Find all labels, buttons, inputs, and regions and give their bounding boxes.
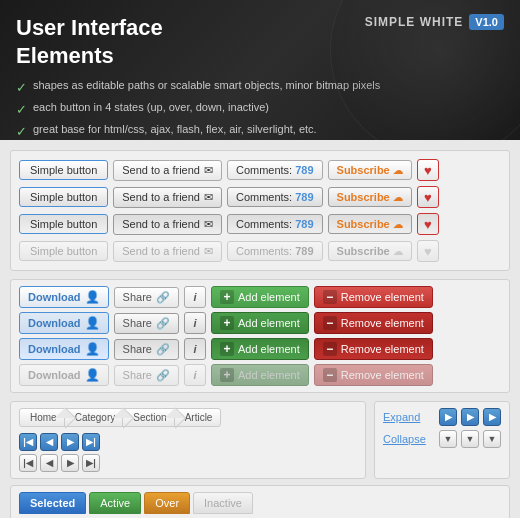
remove-label-1: Remove element <box>341 291 424 303</box>
add-button-inactive: + Add element <box>211 364 309 386</box>
envelope-icon-inactive: ✉ <box>204 245 213 258</box>
bottom-section: Home Category Section Article |◀ ◀ ▶ ▶| … <box>10 401 510 479</box>
expand-collapse-section: Expand ▶ ▶ ▶ Collapse ▼ ▼ ▼ <box>374 401 510 479</box>
add-label-1: Add element <box>238 291 300 303</box>
plus-icon-1: + <box>220 290 234 304</box>
breadcrumb: Home Category Section Article <box>19 408 357 427</box>
envelope-icon-3: ✉ <box>204 218 213 231</box>
nav-prev-gray[interactable]: ◀ <box>40 454 58 472</box>
add-button-1[interactable]: + Add element <box>211 286 309 308</box>
link-icon-inactive: 🔗 <box>156 369 170 382</box>
info-button-3[interactable]: i <box>184 338 206 360</box>
person-icon-2: 👤 <box>85 316 100 330</box>
expand-label[interactable]: Expand <box>383 411 435 423</box>
plus-icon-inactive: + <box>220 368 234 382</box>
expand-btn-2[interactable]: ▶ <box>461 408 479 426</box>
remove-button-2[interactable]: − Remove element <box>314 312 433 334</box>
tab-selected[interactable]: Selected <box>19 492 86 514</box>
collapse-row: Collapse ▼ ▼ ▼ <box>383 430 501 448</box>
button-row-2: Simple button Send to a friend ✉ Comment… <box>19 186 501 208</box>
download-button-1[interactable]: Download 👤 <box>19 286 109 308</box>
expand-btn-1[interactable]: ▶ <box>439 408 457 426</box>
share-button-2[interactable]: Share 🔗 <box>114 313 179 334</box>
comments-count-2: 789 <box>295 191 313 203</box>
main-content: Simple button Send to a friend ✉ Comment… <box>0 140 520 518</box>
send-button-1[interactable]: Send to a friend ✉ <box>113 160 222 181</box>
remove-label-2: Remove element <box>341 317 424 329</box>
share-label-3: Share <box>123 343 152 355</box>
subscribe-button-1[interactable]: Subscribe ☁ <box>328 160 412 180</box>
person-icon-3: 👤 <box>85 342 100 356</box>
expand-btn-3[interactable]: ▶ <box>483 408 501 426</box>
simple-button-2[interactable]: Simple button <box>19 187 108 207</box>
collapse-label[interactable]: Collapse <box>383 433 435 445</box>
comments-button-inactive: Comments: 789 <box>227 241 323 261</box>
minus-icon-2: − <box>323 316 337 330</box>
share-button-inactive: Share 🔗 <box>114 365 179 386</box>
add-label-inactive: Add element <box>238 369 300 381</box>
tab-inactive: Inactive <box>193 492 253 514</box>
tab-active[interactable]: Active <box>89 492 141 514</box>
share-label-inactive: Share <box>123 369 152 381</box>
download-label-2: Download <box>28 317 81 329</box>
minus-icon-1: − <box>323 290 337 304</box>
subscribe-button-2[interactable]: Subscribe ☁ <box>328 187 412 207</box>
download-row-1: Download 👤 Share 🔗 i + Add element − Rem… <box>19 286 501 308</box>
nav-next-gray[interactable]: ▶ <box>61 454 79 472</box>
info-button-2[interactable]: i <box>184 312 206 334</box>
add-label-2: Add element <box>238 317 300 329</box>
nav-prev[interactable]: ◀ <box>40 433 58 451</box>
simple-button-3[interactable]: Simple button <box>19 214 108 234</box>
nav-buttons-row2: |◀ ◀ ▶ ▶| <box>19 454 357 472</box>
share-label-1: Share <box>123 291 152 303</box>
add-button-2[interactable]: + Add element <box>211 312 309 334</box>
info-button-1[interactable]: i <box>184 286 206 308</box>
collapse-btn-3[interactable]: ▼ <box>483 430 501 448</box>
check-icon-2: ✓ <box>16 100 27 121</box>
remove-button-1[interactable]: − Remove element <box>314 286 433 308</box>
download-button-3[interactable]: Download 👤 <box>19 338 109 360</box>
nav-buttons-row1: |◀ ◀ ▶ ▶| <box>19 433 357 451</box>
nav-first[interactable]: |◀ <box>19 433 37 451</box>
minus-icon-3: − <box>323 342 337 356</box>
remove-label-inactive: Remove element <box>341 369 424 381</box>
simple-button-inactive: Simple button <box>19 241 108 261</box>
share-button-3[interactable]: Share 🔗 <box>114 339 179 360</box>
send-button-2[interactable]: Send to a friend ✉ <box>113 187 222 208</box>
collapse-btn-2[interactable]: ▼ <box>461 430 479 448</box>
nav-first-gray[interactable]: |◀ <box>19 454 37 472</box>
remove-button-3[interactable]: − Remove element <box>314 338 433 360</box>
nav-last-gray[interactable]: ▶| <box>82 454 100 472</box>
subscribe-button-inactive: Subscribe ☁ <box>328 241 412 261</box>
nav-last[interactable]: ▶| <box>82 433 100 451</box>
expand-row: Expand ▶ ▶ ▶ <box>383 408 501 426</box>
heart-button-1[interactable]: ♥ <box>417 159 439 181</box>
download-row-2: Download 👤 Share 🔗 i + Add element − Rem… <box>19 312 501 334</box>
download-label-1: Download <box>28 291 81 303</box>
comments-button-2[interactable]: Comments: 789 <box>227 187 323 207</box>
share-label-2: Share <box>123 317 152 329</box>
download-label-inactive: Download <box>28 369 81 381</box>
remove-button-inactive: − Remove element <box>314 364 433 386</box>
share-button-1[interactable]: Share 🔗 <box>114 287 179 308</box>
subscribe-button-3[interactable]: Subscribe ☁ <box>328 214 412 234</box>
link-icon-2: 🔗 <box>156 317 170 330</box>
tab-over[interactable]: Over <box>144 492 190 514</box>
button-row-1: Simple button Send to a friend ✉ Comment… <box>19 159 501 181</box>
heart-button-2[interactable]: ♥ <box>417 186 439 208</box>
simple-button-1[interactable]: Simple button <box>19 160 108 180</box>
collapse-btn-1[interactable]: ▼ <box>439 430 457 448</box>
comments-button-1[interactable]: Comments: 789 <box>227 160 323 180</box>
download-button-2[interactable]: Download 👤 <box>19 312 109 334</box>
download-button-inactive: Download 👤 <box>19 364 109 386</box>
add-button-3[interactable]: + Add element <box>211 338 309 360</box>
plus-icon-2: + <box>220 316 234 330</box>
check-icon-1: ✓ <box>16 78 27 99</box>
comments-button-3[interactable]: Comments: 789 <box>227 214 323 234</box>
add-label-3: Add element <box>238 343 300 355</box>
send-button-3[interactable]: Send to a friend ✉ <box>113 214 222 235</box>
breadcrumb-home[interactable]: Home <box>19 408 66 427</box>
heart-button-3[interactable]: ♥ <box>417 213 439 235</box>
nav-next[interactable]: ▶ <box>61 433 79 451</box>
header: SIMPLE WHITE V1.0 User Interface Element… <box>0 0 520 140</box>
